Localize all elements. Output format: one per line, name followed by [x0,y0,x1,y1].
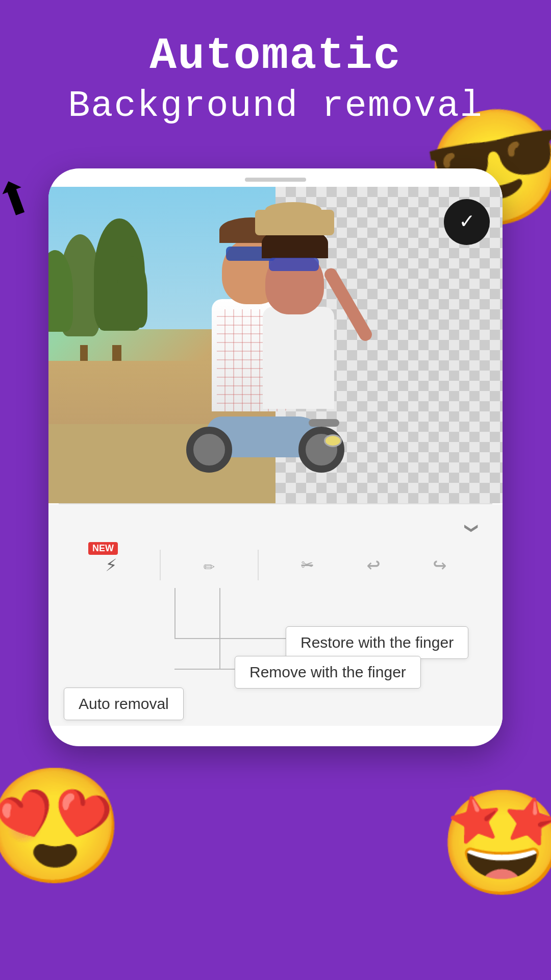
check-button[interactable]: ✓ [444,199,490,245]
toolbar-buttons-row: NEW ⚡ ✏ ✂ ↩ ↪ [48,542,503,588]
toolbar-area: ❯ NEW ⚡ ✏ ✂ ↩ ↪ [48,504,503,726]
emoji-heart-icon: 😍 [0,761,125,898]
divider1 [160,550,161,580]
tooltip-remove-container: Remove with the finger [235,656,421,689]
phone-mockup: ❯ NEW ⚡ ✏ ✂ ↩ ↪ [48,168,503,746]
restore-brush-button[interactable]: ✏ [191,547,227,583]
title-line1: Automatic [0,31,551,81]
undo-button[interactable]: ↩ [356,547,391,583]
phone-notch [48,168,503,187]
dropdown-row: ❯ [48,514,503,542]
redo-icon: ↪ [433,551,447,579]
auto-tooltip: Auto removal [64,688,184,720]
title-area: Automatic Background removal [0,31,551,127]
divider2 [258,550,259,580]
tooltip-line-remove [219,588,220,670]
photo-editing-area[interactable] [48,187,503,503]
restore-tooltip: Restore with the finger [286,626,468,659]
restore-brush-icon: ✏ [204,553,215,577]
erase-brush-icon: ✂ [302,553,313,577]
tooltip-h-line-remove [174,669,236,670]
notch-bar [245,178,306,182]
erase-brush-button[interactable]: ✂ [289,547,325,583]
remove-tooltip: Remove with the finger [235,656,421,689]
undo-icon: ↩ [367,551,381,579]
emoji-star-icon: 🤩 [439,783,551,909]
tooltip-h-line-restore [174,638,287,639]
title-line2: Background removal [0,85,551,127]
tooltip-auto-container: Auto removal [64,688,184,720]
tooltip-restore-container: Restore with the finger [286,626,468,659]
checkmark-icon: ✓ [460,211,474,233]
tooltip-line-restore [174,588,176,639]
chevron-down-icon[interactable]: ❯ [460,523,483,534]
redo-button[interactable]: ↪ [422,547,458,583]
new-badge: NEW [88,542,118,555]
auto-remove-tool-button[interactable]: NEW ⚡ [93,547,129,583]
people-scooter [161,207,416,503]
tooltip-area: Restore with the finger Remove with the … [48,588,503,721]
wand-icon: ⚡ [106,553,117,577]
